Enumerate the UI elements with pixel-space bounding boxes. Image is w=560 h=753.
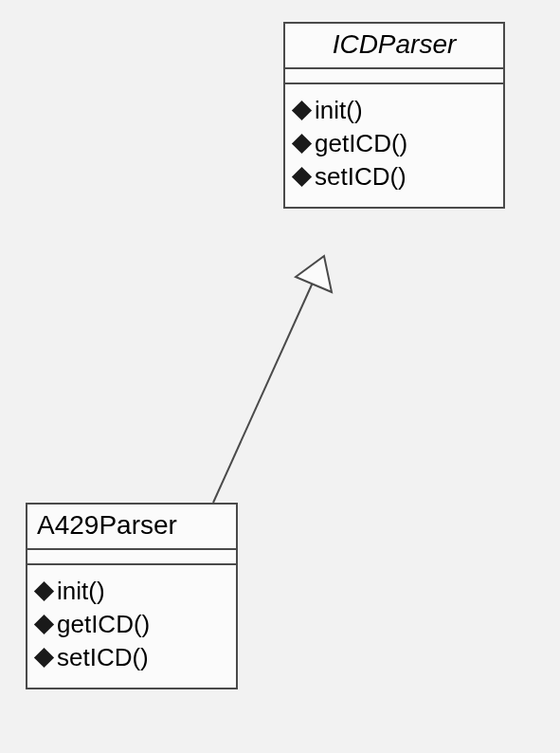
class-title: A429Parser — [27, 505, 236, 550]
visibility-icon — [292, 101, 312, 120]
operations-compartment: init() getICD() setICD() — [27, 565, 236, 688]
visibility-icon — [34, 648, 54, 668]
class-a429parser: A429Parser init() getICD() setICD() — [26, 503, 238, 689]
attributes-compartment — [285, 69, 503, 84]
operation-label: getICD() — [315, 127, 407, 160]
operation-row: getICD() — [293, 127, 496, 160]
attributes-compartment — [27, 550, 236, 565]
operations-compartment: init() getICD() setICD() — [285, 84, 503, 207]
class-icdparser: ICDParser init() getICD() setICD() — [283, 22, 505, 209]
visibility-icon — [34, 615, 54, 634]
operation-label: getICD() — [57, 608, 150, 641]
operation-label: setICD() — [57, 641, 149, 674]
operation-row: setICD() — [35, 641, 228, 674]
operation-row: setICD() — [293, 160, 496, 193]
operation-label: init() — [57, 575, 105, 608]
visibility-icon — [292, 167, 312, 187]
svg-line-0 — [213, 283, 313, 503]
operation-row: init() — [293, 94, 496, 127]
operation-label: setICD() — [315, 160, 406, 193]
visibility-icon — [292, 134, 312, 154]
operation-row: init() — [35, 575, 228, 608]
visibility-icon — [34, 581, 54, 601]
operation-row: getICD() — [35, 608, 228, 641]
operation-label: init() — [315, 94, 363, 127]
class-title: ICDParser — [285, 24, 503, 69]
svg-marker-1 — [296, 256, 332, 292]
